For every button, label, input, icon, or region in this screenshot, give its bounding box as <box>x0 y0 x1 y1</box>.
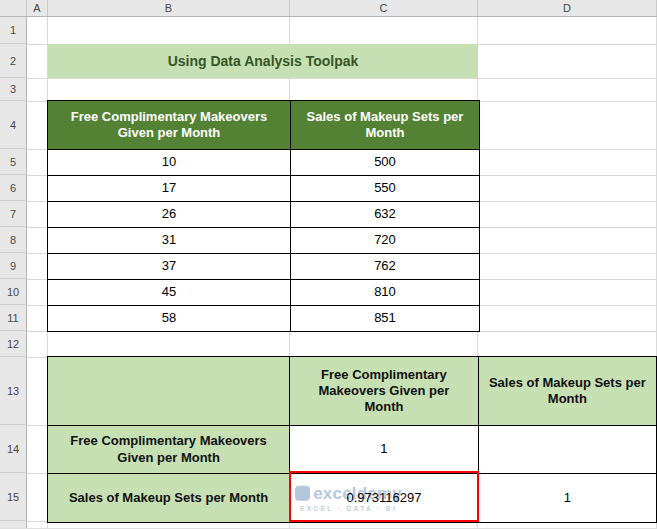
row-header-strip: 1 2 3 4 5 6 7 8 9 10 11 12 13 14 15 <box>0 17 27 529</box>
cell-B11[interactable]: 58 <box>48 306 291 332</box>
cell-D13[interactable]: Sales of Makeup Sets per Month <box>478 357 656 426</box>
table-row: 37 762 <box>48 254 480 280</box>
cell-C11[interactable]: 851 <box>291 306 480 332</box>
cell-C13[interactable]: Free Complimentary Makeovers Given per M… <box>290 357 479 426</box>
row-header-9[interactable]: 9 <box>0 253 26 279</box>
row-header-7[interactable]: 7 <box>0 201 26 227</box>
cell-D14[interactable] <box>478 426 656 474</box>
cell-C10[interactable]: 810 <box>291 280 480 306</box>
row-header-6[interactable]: 6 <box>0 175 26 201</box>
column-header-strip: A B C D <box>0 0 657 17</box>
cell-B4[interactable]: Free Complimentary Makeovers Given per M… <box>48 101 291 150</box>
table-row: Sales of Makeup Sets per Month exceldemy… <box>48 474 657 523</box>
column-header-d[interactable]: D <box>478 0 657 16</box>
cell-B14[interactable]: Free Complimentary Makeovers Given per M… <box>48 426 290 474</box>
title-banner-cell[interactable]: Using Data Analysis Toolpak <box>48 44 478 78</box>
excel-sheet: A B C D 1 2 3 4 5 6 7 8 9 10 11 12 13 14… <box>0 0 657 529</box>
cell-D15[interactable]: 1 <box>478 474 656 523</box>
row-header-10[interactable]: 10 <box>0 279 26 305</box>
cell-B9[interactable]: 37 <box>48 254 291 280</box>
row-header-4[interactable]: 4 <box>0 101 26 149</box>
row-header-14[interactable]: 14 <box>0 425 26 473</box>
column-header-b[interactable]: B <box>48 0 290 16</box>
select-all-corner[interactable] <box>0 0 27 16</box>
cell-C15[interactable]: exceldemy EXCEL · DATA · BI 0.973116297 <box>290 474 479 523</box>
cell-C4[interactable]: Sales of Makeup Sets per Month <box>291 101 480 150</box>
cell-B15[interactable]: Sales of Makeup Sets per Month <box>48 474 290 523</box>
table-row: Free Complimentary Makeovers Given per M… <box>48 426 657 474</box>
row-header-11[interactable]: 11 <box>0 305 26 331</box>
row-header-2[interactable]: 2 <box>0 44 26 78</box>
row-header-12[interactable]: 12 <box>0 331 26 357</box>
table-row: 58 851 <box>48 306 480 332</box>
table-row: 26 632 <box>48 202 480 228</box>
table-row: 45 810 <box>48 280 480 306</box>
cell-B8[interactable]: 31 <box>48 228 291 254</box>
column-header-c[interactable]: C <box>290 0 478 16</box>
cell-B7[interactable]: 26 <box>48 202 291 228</box>
row-header-13[interactable]: 13 <box>0 357 26 425</box>
watermark-tagline: EXCEL · DATA · BI <box>295 505 402 513</box>
correlation-value: 0.973116297 <box>346 490 421 505</box>
row-header-1[interactable]: 1 <box>0 17 26 44</box>
row-header-5[interactable]: 5 <box>0 149 26 175</box>
cell-C5[interactable]: 500 <box>291 150 480 176</box>
row-header-3[interactable]: 3 <box>0 78 26 101</box>
cell-B6[interactable]: 17 <box>48 176 291 202</box>
cell-B5[interactable]: 10 <box>48 150 291 176</box>
cell-B13[interactable] <box>48 357 290 426</box>
row-header-15[interactable]: 15 <box>0 473 26 521</box>
column-header-a[interactable]: A <box>27 0 48 16</box>
table-row: 10 500 <box>48 150 480 176</box>
cell-C7[interactable]: 632 <box>291 202 480 228</box>
banner-title: Using Data Analysis Toolpak <box>168 53 359 69</box>
table-row: Free Complimentary Makeovers Given per M… <box>48 357 657 426</box>
row-header-8[interactable]: 8 <box>0 227 26 253</box>
cell-C9[interactable]: 762 <box>291 254 480 280</box>
exceldemy-logo-icon <box>295 486 310 501</box>
cell-C6[interactable]: 550 <box>291 176 480 202</box>
cell-C8[interactable]: 720 <box>291 228 480 254</box>
data-table: Free Complimentary Makeovers Given per M… <box>47 100 480 332</box>
table-row: 31 720 <box>48 228 480 254</box>
correlation-table: Free Complimentary Makeovers Given per M… <box>47 356 657 523</box>
table-row: 17 550 <box>48 176 480 202</box>
cell-B10[interactable]: 45 <box>48 280 291 306</box>
cell-C14[interactable]: 1 <box>290 426 479 474</box>
